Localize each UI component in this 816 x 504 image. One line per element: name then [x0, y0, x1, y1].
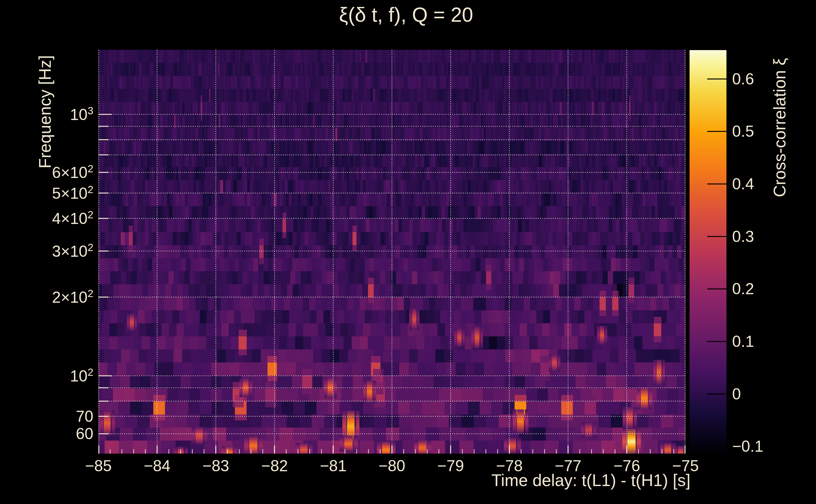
y-tick-label: 6×102 [52, 163, 93, 182]
colorbar-tick-label: 0.6 [732, 70, 754, 88]
x-tick-label: −78 [496, 457, 523, 475]
y-tick-label: 5×102 [52, 184, 93, 203]
y-tick-label: 60 [76, 425, 93, 443]
colorbar-tick-label: 0.4 [732, 175, 754, 193]
plot-title: ξ(δ t, f), Q = 20 [339, 3, 473, 26]
x-tick-label: −85 [85, 457, 112, 475]
colorbar-tick-label: 0.5 [732, 122, 754, 140]
colorbar-tick-label: 0.1 [732, 332, 754, 351]
colorbar [690, 50, 727, 453]
x-tick-label: −81 [320, 457, 347, 475]
colorbar-tick-label: 0 [732, 385, 741, 403]
y-tick-label: 3×102 [52, 242, 93, 261]
colorbar-title: Cross-correlation ξ [770, 58, 789, 197]
colorbar-tick-label: 0.3 [732, 227, 754, 246]
y-tick-label: 4×102 [52, 209, 93, 228]
x-tick-label: −76 [613, 457, 640, 475]
colorbar-tick-label: −0.1 [732, 437, 763, 455]
figure-root: ξ(δ t, f), Q = 20 Frequency [Hz] Time de… [0, 0, 816, 504]
x-tick-label: −83 [202, 457, 229, 475]
y-tick-label: 70 [76, 407, 93, 426]
y-axis-title: Frequency [Hz] [35, 55, 55, 168]
x-tick-label: −82 [261, 457, 288, 475]
y-tick-label: 2×102 [52, 288, 93, 306]
x-tick-label: −75 [672, 457, 699, 475]
x-tick-label: −77 [554, 457, 581, 475]
y-tick-label: 102 [70, 366, 93, 385]
colorbar-tick-label: 0.2 [732, 280, 754, 298]
y-tick-label: 103 [70, 105, 93, 124]
x-tick-label: −84 [144, 457, 170, 475]
x-tick-label: −79 [437, 457, 464, 475]
x-tick-label: −80 [379, 457, 405, 475]
spectrogram-heatmap [98, 50, 686, 454]
